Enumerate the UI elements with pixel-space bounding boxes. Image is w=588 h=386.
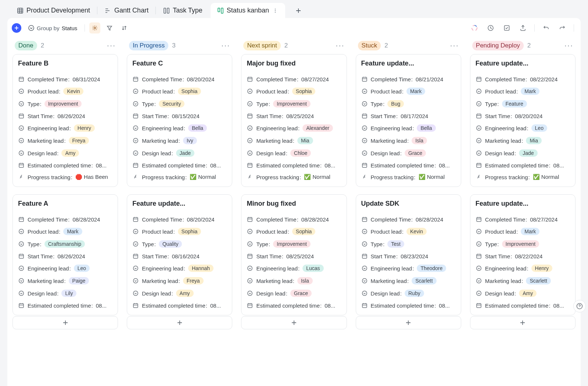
date-icon — [132, 76, 139, 82]
select-icon — [361, 137, 368, 144]
svg-point-82 — [477, 138, 481, 143]
history-button[interactable] — [485, 22, 496, 33]
add-card-button[interactable] — [127, 316, 232, 329]
field-label: Type — [371, 101, 385, 107]
share-button[interactable] — [517, 22, 528, 33]
card-field: Marketing lead Ivy — [132, 134, 227, 147]
kanban-card[interactable]: Feature C Completed Time 08/20/2024 Prod… — [127, 54, 232, 187]
select-icon — [18, 290, 25, 297]
tag: Kevin — [63, 88, 83, 95]
help-button[interactable] — [573, 300, 586, 312]
tab-label: Task Type — [173, 7, 202, 14]
card-field: Completed Time 08/31/2024 — [18, 73, 112, 85]
tag: Kevin — [406, 228, 427, 235]
status-chip[interactable]: Next sprint — [243, 41, 280, 50]
svg-point-9 — [94, 27, 96, 29]
column-more-icon[interactable]: ··· — [564, 41, 573, 50]
column-more-icon[interactable]: ··· — [336, 41, 344, 50]
status-chip[interactable]: In Progress — [129, 41, 168, 50]
field-label: Design lead — [371, 150, 402, 156]
tab-task-type[interactable]: Task Type — [157, 3, 209, 18]
field-value: 08/28/2024 — [72, 216, 100, 223]
kanban-card[interactable]: Feature update... Completed Time 08/22/2… — [470, 54, 576, 187]
card-field: Design lead Ruby — [361, 287, 456, 300]
kanban-card[interactable]: Feature B Completed Time 08/31/2024 Prod… — [12, 54, 118, 187]
svg-rect-4 — [221, 8, 223, 13]
tab-product-development[interactable]: Product Development — [10, 3, 97, 18]
add-view-button[interactable] — [291, 3, 306, 18]
sort-button[interactable] — [119, 22, 130, 33]
select-icon — [132, 277, 139, 284]
field-value: 08... — [325, 162, 335, 169]
kanban-card[interactable]: Major bug fixed Completed Time 08/27/202… — [241, 54, 347, 187]
checklist-button[interactable] — [501, 22, 512, 33]
add-card-button[interactable] — [241, 316, 347, 329]
card-title: Feature update... — [361, 60, 456, 67]
status-chip[interactable]: Stuck — [358, 41, 381, 50]
undo-button[interactable] — [541, 22, 552, 33]
card-field: Product lead Sophia — [247, 225, 341, 238]
svg-rect-37 — [133, 217, 138, 222]
select-icon — [361, 88, 368, 95]
card-field: Marketing lead Isla — [247, 275, 341, 287]
field-label: Completed Time — [485, 216, 527, 223]
card-title: Feature B — [18, 60, 112, 67]
svg-point-33 — [133, 126, 138, 130]
field-label: Design lead — [485, 150, 516, 156]
svg-point-42 — [133, 279, 138, 283]
group-by-chip[interactable]: Group by Status — [25, 22, 80, 33]
field-label: Engineering lead — [371, 265, 414, 272]
card-title: Feature update... — [476, 60, 570, 67]
kanban-card[interactable]: Update SDK Completed Time 08/28/2024 Pro… — [356, 194, 461, 315]
kanban-card[interactable]: Feature update... Completed Time 08/21/2… — [356, 54, 461, 187]
status-chip[interactable]: Done — [15, 41, 37, 50]
tag: Jade — [519, 149, 537, 157]
filter-button[interactable] — [104, 22, 115, 33]
kanban-card[interactable]: Minor bug fixed Completed Time 08/28/202… — [241, 194, 347, 315]
tab-status-kanban[interactable]: Status kanban — [211, 3, 285, 18]
status-chip[interactable]: Pending Deploy — [472, 41, 524, 50]
redo-button[interactable] — [557, 22, 568, 33]
field-label: Product lead — [142, 88, 175, 95]
refresh-spinner-icon[interactable] — [469, 22, 480, 33]
svg-rect-1 — [164, 8, 166, 13]
column-more-icon[interactable]: ··· — [107, 41, 116, 50]
card-field: Type Test — [361, 238, 456, 250]
tasktype-icon — [163, 7, 170, 14]
card-field: Start Time 08/22/2024 — [476, 250, 570, 262]
svg-rect-0 — [18, 8, 23, 13]
select-icon — [247, 88, 253, 95]
kanban-card[interactable]: Feature update... Completed Time 08/20/2… — [127, 194, 232, 315]
card-field: Completed Time 08/20/2024 — [132, 73, 227, 85]
card-field: Engineering lead Henry — [476, 262, 570, 275]
card-field: Design lead Amy — [132, 287, 227, 300]
svg-point-18 — [19, 138, 24, 143]
kanban-card[interactable]: Feature update... Completed Time 08/27/2… — [470, 194, 576, 315]
card-field: Design lead Grace — [361, 147, 456, 159]
svg-point-70 — [362, 229, 366, 234]
svg-point-51 — [248, 151, 252, 155]
tag: Amy — [176, 290, 194, 297]
column-more-icon[interactable]: ··· — [221, 41, 230, 50]
column-body: Feature update... Completed Time 08/22/2… — [470, 54, 576, 315]
svg-point-47 — [248, 102, 252, 106]
tag: Isla — [297, 277, 313, 284]
tag: Amy — [61, 149, 79, 157]
kanban-column: Next sprint 2 ··· Major bug fixed Comple… — [241, 39, 347, 386]
tab-gantt-chart[interactable]: Gantt Chart — [98, 3, 155, 18]
add-card-button[interactable] — [12, 316, 118, 329]
add-card-button[interactable] — [356, 316, 461, 329]
svg-rect-16 — [19, 114, 24, 118]
tag: Improvement — [502, 240, 539, 248]
select-icon — [247, 228, 253, 235]
kanban-card[interactable]: Feature A Completed Time 08/28/2024 Prod… — [12, 194, 118, 315]
tag: Henry — [74, 124, 95, 132]
add-card-button[interactable] — [470, 316, 576, 329]
settings-button[interactable] — [89, 22, 100, 33]
column-more-icon[interactable]: ··· — [450, 41, 459, 50]
add-record-button[interactable] — [12, 23, 21, 33]
select-icon — [247, 150, 253, 156]
tab-options-icon[interactable] — [272, 8, 279, 13]
svg-point-91 — [477, 291, 481, 295]
field-value: 08... — [210, 162, 221, 169]
